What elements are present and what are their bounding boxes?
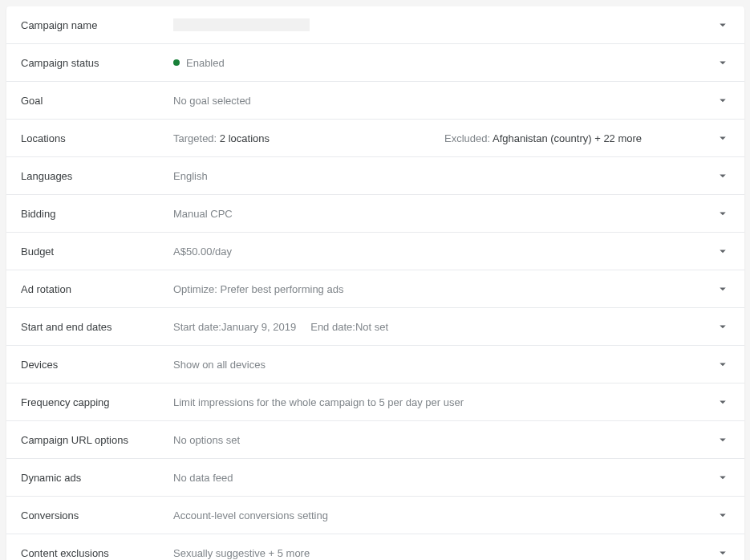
row-dynamic-ads[interactable]: Dynamic ads No data feed bbox=[6, 459, 744, 497]
value-campaign-status: Enabled bbox=[173, 57, 716, 69]
value-ad-rotation: Optimize: Prefer best performing ads bbox=[173, 283, 716, 295]
row-content-exclusions[interactable]: Content exclusions Sexually suggestive +… bbox=[6, 534, 744, 560]
row-goal[interactable]: Goal No goal selected bbox=[6, 82, 744, 120]
value-url-options: No options set bbox=[173, 434, 716, 446]
chevron-down-icon bbox=[716, 131, 730, 145]
row-dates[interactable]: Start and end dates Start date: January … bbox=[6, 308, 744, 346]
chevron-down-icon bbox=[716, 168, 730, 183]
value-languages: English bbox=[173, 170, 716, 182]
label-conversions: Conversions bbox=[21, 509, 173, 521]
label-campaign-status: Campaign status bbox=[21, 57, 173, 69]
row-campaign-name[interactable]: Campaign name bbox=[6, 6, 744, 44]
row-frequency[interactable]: Frequency capping Limit impressions for … bbox=[6, 383, 744, 421]
chevron-down-icon bbox=[716, 546, 730, 560]
loc-excluded-value: Afghanistan (country) + 22 more bbox=[493, 132, 642, 144]
chevron-down-icon bbox=[716, 18, 730, 32]
value-conversions: Account-level conversions setting bbox=[173, 509, 716, 521]
loc-excluded-prefix: Excluded: bbox=[444, 132, 493, 144]
value-goal: No goal selected bbox=[173, 95, 716, 107]
loc-targeted-value: 2 locations bbox=[220, 132, 270, 144]
row-ad-rotation[interactable]: Ad rotation Optimize: Prefer best perfor… bbox=[6, 270, 744, 308]
value-budget: A$50.00/day bbox=[173, 246, 716, 258]
value-frequency: Limit impressions for the whole campaign… bbox=[173, 396, 716, 408]
chevron-down-icon bbox=[716, 319, 730, 334]
label-dates: Start and end dates bbox=[21, 321, 173, 333]
value-campaign-name bbox=[173, 18, 716, 31]
row-url-options[interactable]: Campaign URL options No options set bbox=[6, 421, 744, 459]
label-languages: Languages bbox=[21, 170, 173, 182]
label-content-exclusions: Content exclusions bbox=[21, 547, 173, 559]
chevron-down-icon bbox=[716, 470, 730, 485]
label-goal: Goal bbox=[21, 95, 173, 107]
label-url-options: Campaign URL options bbox=[21, 434, 173, 446]
end-prefix: End date: bbox=[310, 321, 355, 333]
value-devices: Show on all devices bbox=[173, 359, 716, 371]
chevron-down-icon bbox=[716, 432, 730, 447]
value-content-exclusions: Sexually suggestive + 5 more bbox=[173, 547, 716, 559]
chevron-down-icon bbox=[716, 244, 730, 258]
row-bidding[interactable]: Bidding Manual CPC bbox=[6, 195, 744, 233]
end-value: Not set bbox=[355, 321, 388, 333]
chevron-down-icon bbox=[716, 357, 730, 371]
value-dates: Start date: January 9, 2019 End date: No… bbox=[173, 321, 716, 333]
label-frequency: Frequency capping bbox=[21, 396, 173, 408]
label-campaign-name: Campaign name bbox=[21, 19, 173, 31]
start-prefix: Start date: bbox=[173, 321, 221, 333]
chevron-down-icon bbox=[716, 93, 730, 108]
label-devices: Devices bbox=[21, 359, 173, 371]
row-budget[interactable]: Budget A$50.00/day bbox=[6, 233, 744, 270]
row-languages[interactable]: Languages English bbox=[6, 157, 744, 195]
label-bidding: Bidding bbox=[21, 208, 173, 220]
redacted-name bbox=[173, 18, 310, 31]
row-locations[interactable]: Locations Targeted: 2 locations Excluded… bbox=[6, 120, 744, 157]
status-dot-icon bbox=[173, 59, 180, 66]
settings-card: Campaign name Campaign status Enabled Go… bbox=[6, 6, 744, 560]
value-bidding: Manual CPC bbox=[173, 208, 716, 220]
chevron-down-icon bbox=[716, 206, 730, 221]
label-dynamic-ads: Dynamic ads bbox=[21, 472, 173, 484]
row-campaign-status[interactable]: Campaign status Enabled bbox=[6, 44, 744, 82]
chevron-down-icon bbox=[716, 282, 730, 296]
value-dynamic-ads: No data feed bbox=[173, 472, 716, 484]
label-locations: Locations bbox=[21, 132, 173, 144]
value-locations: Targeted: 2 locations Excluded: Afghanis… bbox=[173, 132, 716, 144]
chevron-down-icon bbox=[716, 395, 730, 409]
start-value: January 9, 2019 bbox=[221, 321, 296, 333]
chevron-down-icon bbox=[716, 508, 730, 522]
label-ad-rotation: Ad rotation bbox=[21, 283, 173, 295]
label-budget: Budget bbox=[21, 246, 173, 258]
row-conversions[interactable]: Conversions Account-level conversions se… bbox=[6, 497, 744, 534]
row-devices[interactable]: Devices Show on all devices bbox=[6, 346, 744, 383]
loc-targeted-prefix: Targeted: bbox=[173, 132, 220, 144]
chevron-down-icon bbox=[716, 55, 730, 70]
status-text: Enabled bbox=[186, 57, 225, 69]
